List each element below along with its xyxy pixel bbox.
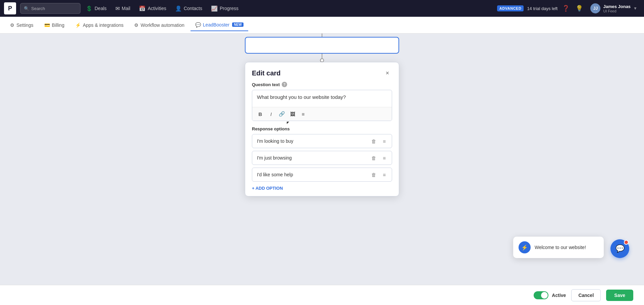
subnav-apps[interactable]: ⚡ Apps & integrations: [70, 19, 128, 31]
nav-item-progress[interactable]: 📈 Progress: [207, 3, 243, 14]
response-option-text-2[interactable]: I'm just browsing: [252, 151, 366, 165]
question-text-label: Question text ?: [252, 82, 392, 87]
app-logo: P: [4, 2, 16, 14]
chat-message: Welcome to our website!: [535, 245, 586, 250]
active-toggle[interactable]: [534, 291, 548, 299]
modal-body: Question text ? What brought you to our …: [245, 82, 399, 196]
chat-fab-icon: 💬: [615, 244, 625, 253]
top-card-preview: [245, 37, 399, 54]
delete-option-1-button[interactable]: 🗑: [370, 137, 378, 145]
top-navigation: P 🔍 Search 💲 Deals ✉ Mail 📅 Activities 👤…: [0, 0, 644, 17]
bold-button[interactable]: B: [256, 109, 265, 119]
sub-navigation: ⚙ Settings 💳 Billing ⚡ Apps & integratio…: [0, 17, 644, 34]
subnav-settings[interactable]: ⚙ Settings: [5, 19, 38, 31]
leadbooster-icon: 💬: [195, 22, 201, 27]
main-content: Edit card × Question text ? What brought…: [0, 34, 644, 285]
activities-icon: 📅: [139, 5, 146, 12]
contacts-icon: 👤: [175, 5, 182, 12]
settings-icon: ⚙: [10, 22, 14, 28]
response-option-2: I'm just browsing 🗑 ≡: [252, 151, 392, 165]
chat-fab-button[interactable]: 💬: [610, 239, 629, 258]
chat-logo: ⚡: [519, 241, 531, 253]
save-button[interactable]: Save: [606, 290, 633, 301]
question-text-box[interactable]: What brought you to our website today? B…: [252, 90, 392, 121]
delete-option-2-button[interactable]: 🗑: [370, 154, 378, 162]
modal-header: Edit card ×: [245, 62, 399, 82]
apps-icon: ⚡: [75, 22, 81, 28]
close-button[interactable]: ×: [383, 68, 392, 78]
text-toolbar: B I 🔗 🖼 ≡: [252, 107, 392, 121]
deals-icon: 💲: [86, 5, 93, 12]
response-option-text-3[interactable]: I'd like some help: [252, 168, 366, 181]
response-option-1: I'm looking to buy 🗑 ≡: [252, 134, 392, 148]
workflow-icon: ⚙: [134, 22, 139, 28]
delete-option-3-button[interactable]: 🗑: [370, 171, 378, 179]
image-button[interactable]: 🖼: [288, 109, 297, 119]
help-icon[interactable]: ❓: [561, 3, 571, 13]
edit-card-modal: Edit card × Question text ? What brought…: [245, 62, 399, 196]
chevron-down-icon: ▼: [633, 6, 637, 11]
mail-icon: ✉: [115, 5, 120, 12]
user-menu[interactable]: JJ James Jonas UI Feed ▼: [588, 2, 640, 15]
active-toggle-container: Active: [534, 291, 566, 299]
user-sub: UI Feed: [603, 9, 631, 13]
add-option-button[interactable]: + ADD OPTION: [252, 184, 283, 192]
response-option-actions-2: 🗑 ≡: [366, 154, 392, 162]
advanced-badge: ADVANCED: [497, 5, 524, 11]
nav-item-contacts[interactable]: 👤 Contacts: [171, 3, 206, 14]
response-options-label: Response options: [252, 126, 392, 131]
list-button[interactable]: ≡: [299, 109, 308, 119]
user-name: James Jonas: [603, 4, 631, 9]
help-icon[interactable]: ?: [282, 82, 287, 87]
chat-notification-dot: [624, 240, 629, 245]
cancel-button[interactable]: Cancel: [571, 289, 601, 301]
nav-item-deals[interactable]: 💲 Deals: [82, 3, 111, 14]
trial-text: 14 trial days left: [527, 6, 557, 11]
response-option-actions-3: 🗑 ≡: [366, 171, 392, 179]
link-button[interactable]: 🔗: [277, 109, 286, 119]
subnav-leadbooster[interactable]: 💬 LeadBooster NEW: [191, 19, 248, 31]
search-icon: 🔍: [24, 6, 29, 11]
bottom-toolbar: Active Cancel Save: [0, 285, 644, 305]
drag-option-3-handle[interactable]: ≡: [380, 171, 388, 179]
avatar: JJ: [590, 3, 600, 13]
italic-button[interactable]: I: [266, 109, 276, 119]
nav-item-mail[interactable]: ✉ Mail: [111, 3, 135, 14]
nav-items: 💲 Deals ✉ Mail 📅 Activities 👤 Contacts 📈…: [82, 3, 496, 14]
response-option-text-1[interactable]: I'm looking to buy: [252, 134, 366, 148]
new-badge: NEW: [232, 22, 243, 27]
tips-icon[interactable]: 💡: [574, 3, 584, 13]
progress-icon: 📈: [211, 5, 218, 12]
nav-right: ADVANCED 14 trial days left ❓ 💡 JJ James…: [497, 2, 640, 15]
search-input[interactable]: 🔍 Search: [20, 3, 80, 14]
drag-option-2-handle[interactable]: ≡: [380, 154, 388, 162]
subnav-billing[interactable]: 💳 Billing: [40, 19, 69, 31]
response-option-3: I'd like some help 🗑 ≡: [252, 168, 392, 182]
nav-item-activities[interactable]: 📅 Activities: [135, 3, 170, 14]
drag-option-1-handle[interactable]: ≡: [380, 137, 388, 145]
question-text-content[interactable]: What brought you to our website today?: [252, 90, 392, 107]
subnav-workflow[interactable]: ⚙ Workflow automation: [129, 19, 189, 31]
chat-popup: ⚡ Welcome to our website!: [513, 237, 604, 258]
toggle-label: Active: [552, 293, 566, 298]
billing-icon: 💳: [44, 22, 50, 28]
modal-title: Edit card: [252, 69, 281, 77]
response-option-actions-1: 🗑 ≡: [366, 137, 392, 145]
